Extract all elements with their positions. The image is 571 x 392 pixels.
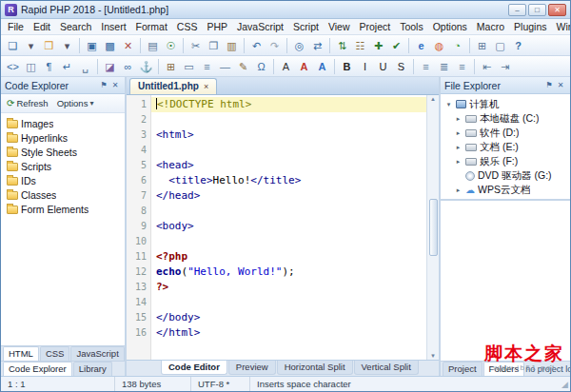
code-line[interactable]: <?php xyxy=(151,249,426,265)
tree-item-dvd-g[interactable]: DVD 驱动器 (G:) xyxy=(441,168,570,183)
close-button[interactable]: ✕ xyxy=(548,4,566,16)
insert-anchor-button[interactable]: ⚓ xyxy=(137,58,155,75)
expand-arrow-icon[interactable]: ▸ xyxy=(454,115,463,123)
tab-javascript[interactable]: JavaScript xyxy=(70,346,124,361)
fullscreen-button[interactable]: ▢ xyxy=(491,37,509,54)
tree-item-wps[interactable]: ▸☁WPS云文档 xyxy=(441,183,570,197)
tree-item-scripts[interactable]: Scripts xyxy=(1,159,125,173)
database-button[interactable]: ☷ xyxy=(351,37,369,54)
open-file-button[interactable]: ❒ xyxy=(40,37,58,54)
tree-item-images[interactable]: Images xyxy=(1,116,125,130)
code-line[interactable] xyxy=(151,112,426,127)
expand-arrow-icon[interactable]: ▸ xyxy=(454,144,463,151)
insert-nbsp-button[interactable]: ␣ xyxy=(76,58,94,75)
code-line[interactable]: ?> xyxy=(151,280,426,295)
menu-item-php[interactable]: PHP xyxy=(202,20,232,33)
tab-library[interactable]: Library xyxy=(73,362,112,376)
insert-hr-button[interactable]: — xyxy=(216,58,234,75)
scroll-up-icon[interactable]: ▲ xyxy=(430,96,436,102)
tree-item-classes[interactable]: Classes xyxy=(1,187,125,202)
maximize-button[interactable]: □ xyxy=(528,4,546,16)
insert-form-button[interactable]: ▭ xyxy=(180,58,198,75)
code-line[interactable]: <title>Hello!</title> xyxy=(151,173,426,188)
font-color-button[interactable]: A xyxy=(295,58,313,75)
tree-item-e[interactable]: ▸文档 (E:) xyxy=(441,140,570,154)
tab-code-editor[interactable]: Code Editor xyxy=(161,361,227,375)
document-tab-untitled1[interactable]: Untitled1.php × xyxy=(129,78,217,94)
cut-button[interactable]: ✂ xyxy=(187,37,205,54)
menu-item-plugins[interactable]: Plugins xyxy=(509,20,551,33)
menu-item-view[interactable]: View xyxy=(324,20,355,33)
close-file-button[interactable]: ✕ xyxy=(119,37,137,54)
code-line[interactable]: <!DOCTYPE html> xyxy=(151,97,426,112)
snippet-button[interactable]: ✚ xyxy=(369,37,387,54)
refresh-button[interactable]: ⟳ Refresh xyxy=(4,97,51,109)
panels-button[interactable]: ⊞ xyxy=(473,37,491,54)
insert-div-button[interactable]: ◫ xyxy=(22,58,40,75)
code-line[interactable]: </body> xyxy=(151,310,426,325)
tree-item-ids[interactable]: IDs xyxy=(1,173,125,187)
close-tab-icon[interactable]: × xyxy=(204,82,208,91)
expand-arrow-icon[interactable]: ▸ xyxy=(454,158,463,166)
pin-icon[interactable]: ⚑ xyxy=(98,81,109,89)
code-area[interactable]: <!DOCTYPE html><html><head> <title>Hello… xyxy=(151,95,426,360)
find-button[interactable]: ◎ xyxy=(290,37,308,54)
code-line[interactable]: <html> xyxy=(151,127,426,143)
code-line[interactable] xyxy=(151,204,426,219)
menu-item-javascript[interactable]: JavaScript xyxy=(232,20,288,33)
code-line[interactable] xyxy=(151,295,426,310)
insert-link-button[interactable]: ∞ xyxy=(119,58,137,75)
underline-button[interactable]: U xyxy=(374,58,392,75)
tab-html[interactable]: HTML xyxy=(3,346,39,361)
highlight-color-button[interactable]: A xyxy=(313,58,331,75)
code-line[interactable] xyxy=(151,143,426,158)
tab-vertical-split[interactable]: Vertical Split xyxy=(354,361,419,375)
browser-chrome-button[interactable]: ◔ xyxy=(448,37,466,54)
menu-item-script[interactable]: Script xyxy=(288,20,324,33)
menu-item-format[interactable]: Format xyxy=(131,20,172,33)
tab-preview[interactable]: Preview xyxy=(228,361,276,375)
validate-button[interactable]: ✔ xyxy=(387,37,405,54)
tree-item-c[interactable]: ▸本地磁盘 (C:) xyxy=(441,111,570,126)
tab-css[interactable]: CSS xyxy=(40,346,70,361)
outdent-button[interactable]: ⇤ xyxy=(478,58,496,75)
print-button[interactable]: ▤ xyxy=(144,37,162,54)
redo-button[interactable]: ↷ xyxy=(266,37,284,54)
indent-button[interactable]: ⇥ xyxy=(496,58,514,75)
bold-button[interactable]: B xyxy=(338,58,356,75)
save-button[interactable]: ▣ xyxy=(83,37,101,54)
insert-break-button[interactable]: ↵ xyxy=(58,58,76,75)
open-file-dropdown[interactable]: ▾ xyxy=(58,37,76,54)
menu-item-file[interactable]: File xyxy=(3,20,29,33)
strikethrough-button[interactable]: S xyxy=(392,58,410,75)
code-line[interactable]: <body> xyxy=(151,219,426,234)
menu-item-tools[interactable]: Tools xyxy=(395,20,428,33)
replace-button[interactable]: ⇄ xyxy=(308,37,326,54)
code-line[interactable]: <head> xyxy=(151,158,426,173)
insert-tag-button[interactable]: <> xyxy=(4,58,22,75)
vertical-scrollbar[interactable]: ▲ ▼ xyxy=(426,95,439,360)
insert-list-button[interactable]: ≡ xyxy=(198,58,216,75)
minimize-button[interactable]: – xyxy=(508,4,526,16)
browser-ie-button[interactable]: e xyxy=(412,37,430,54)
pin-icon[interactable]: ⚑ xyxy=(543,81,555,89)
tree-item-d[interactable]: ▸软件 (D:) xyxy=(441,126,570,140)
resize-grip[interactable]: ◢ xyxy=(557,380,570,389)
menu-item-insert[interactable]: Insert xyxy=(96,20,130,33)
menu-item-project[interactable]: Project xyxy=(354,20,395,33)
special-characters-button[interactable]: Ω xyxy=(252,58,270,75)
menu-item-edit[interactable]: Edit xyxy=(29,20,55,33)
expand-arrow-icon[interactable]: ▾ xyxy=(444,101,453,108)
insert-image-button[interactable]: ◪ xyxy=(101,58,119,75)
code-line[interactable]: </head> xyxy=(151,188,426,204)
new-document-button[interactable]: ❏ xyxy=(4,37,22,54)
tree-item-f[interactable]: ▸娱乐 (F:) xyxy=(441,154,570,168)
tree-item-form-elements[interactable]: Form Elements xyxy=(1,202,125,216)
font-button[interactable]: A xyxy=(277,58,295,75)
insert-paragraph-button[interactable]: ¶ xyxy=(40,58,58,75)
close-panel-icon[interactable]: ✕ xyxy=(555,81,566,89)
menu-item-macro[interactable]: Macro xyxy=(472,20,509,33)
scroll-down-icon[interactable]: ▼ xyxy=(430,353,436,359)
ftp-sync-button[interactable]: ⇅ xyxy=(333,37,351,54)
preview-in-browser-button[interactable]: ☉ xyxy=(162,37,180,54)
